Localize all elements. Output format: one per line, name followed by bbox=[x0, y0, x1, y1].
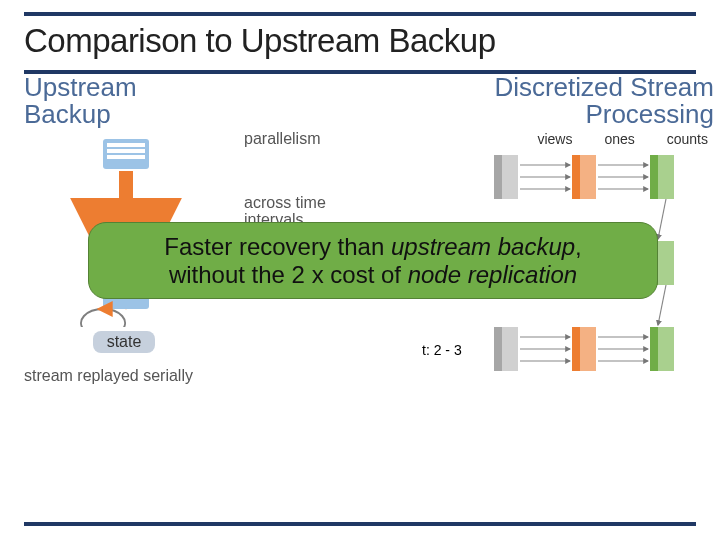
label-counts: counts bbox=[667, 131, 708, 147]
callout-l1b: upstream backup bbox=[391, 233, 575, 260]
state-wrap: state bbox=[24, 331, 224, 353]
callout-l2a: without the 2 x cost of bbox=[169, 261, 408, 288]
svg-rect-23 bbox=[658, 327, 674, 371]
callout-l2b: node replication bbox=[408, 261, 577, 288]
state-pill: state bbox=[93, 331, 156, 353]
svg-rect-17 bbox=[658, 241, 674, 285]
bottom-rule bbox=[24, 522, 696, 526]
svg-rect-1 bbox=[107, 149, 145, 153]
svg-line-43 bbox=[658, 285, 666, 325]
right-heading: Discretized Stream Processing bbox=[394, 74, 714, 129]
svg-rect-21 bbox=[580, 327, 596, 371]
slide: Comparison to Upstream Backup Upstream B… bbox=[0, 0, 720, 540]
svg-rect-11 bbox=[658, 155, 674, 199]
right-col-labels: views ones counts bbox=[394, 131, 714, 147]
t2-label: t: 2 - 3 bbox=[422, 342, 462, 358]
svg-rect-2 bbox=[107, 155, 145, 159]
callout-l1c: , bbox=[575, 233, 582, 260]
svg-line-42 bbox=[658, 199, 666, 239]
top-rule bbox=[24, 12, 696, 16]
label-ones: ones bbox=[604, 131, 634, 147]
svg-rect-19 bbox=[502, 327, 518, 371]
label-views: views bbox=[537, 131, 572, 147]
left-heading-l2: Backup bbox=[24, 99, 111, 129]
callout-l1a: Faster recovery than bbox=[164, 233, 391, 260]
left-heading: Upstream Backup bbox=[24, 74, 224, 129]
svg-rect-7 bbox=[502, 155, 518, 199]
mid-parallelism: parallelism bbox=[244, 130, 374, 148]
left-heading-l1: Upstream bbox=[24, 72, 137, 102]
callout: Faster recovery than upstream backup, wi… bbox=[88, 222, 658, 299]
svg-rect-0 bbox=[107, 143, 145, 147]
right-heading-l1: Discretized Stream bbox=[494, 72, 714, 102]
svg-rect-9 bbox=[580, 155, 596, 199]
loop-arrow-icon bbox=[81, 309, 125, 327]
right-heading-l2: Processing bbox=[585, 99, 714, 129]
left-caption: stream replayed serially bbox=[24, 367, 224, 385]
slide-title: Comparison to Upstream Backup bbox=[24, 22, 696, 60]
